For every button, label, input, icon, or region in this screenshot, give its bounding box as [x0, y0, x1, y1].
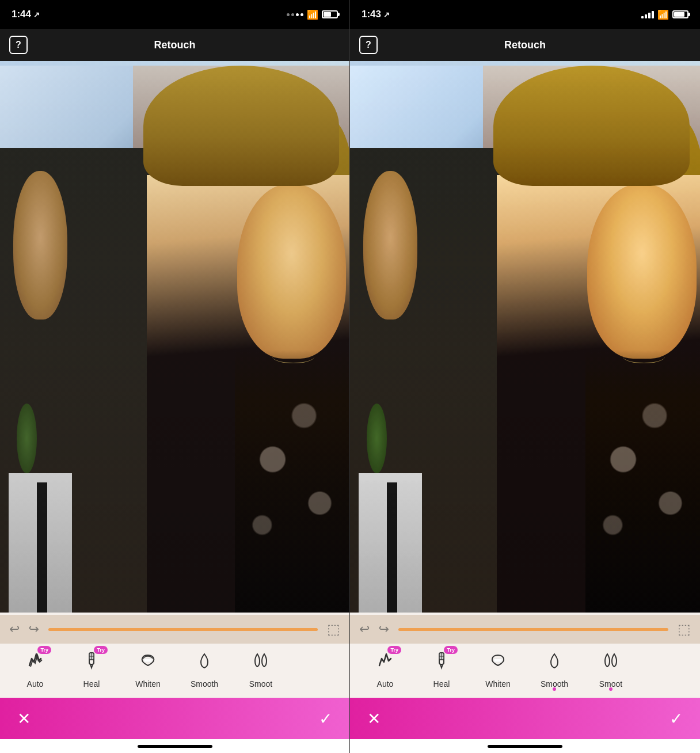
undo-button-left[interactable]: ↩	[9, 622, 20, 637]
location-arrow-left: ↗	[33, 10, 40, 19]
nav-bar-left: ? Retouch	[0, 29, 349, 61]
try-badge-auto-right: Try	[387, 646, 401, 654]
photo-area-left[interactable]	[0, 66, 349, 613]
whiten-icon-right	[488, 651, 508, 676]
help-button-left[interactable]: ?	[9, 36, 28, 54]
tool-smooth2-left[interactable]: Smoot	[235, 651, 287, 689]
nav-title-right: Retouch	[504, 39, 546, 51]
smooth2-label-left: Smoot	[249, 679, 272, 689]
progress-bar-right	[398, 628, 668, 631]
heal-label-right: Heal	[433, 679, 450, 689]
color-bar-right	[350, 61, 700, 66]
status-center-left: 📶	[287, 9, 338, 20]
smooth-icon-left	[194, 651, 215, 676]
whiten-label-left: Whiten	[135, 679, 161, 689]
sig1	[641, 16, 644, 18]
copy-button-left[interactable]: ⬚	[327, 621, 340, 637]
smooth2-icon-right	[600, 651, 621, 676]
whiten-label-right: Whiten	[485, 679, 511, 689]
auto-label-left: Auto	[27, 679, 44, 689]
tools-scroll-right[interactable]: Try Auto Try	[350, 644, 700, 695]
whiten-icon-left	[138, 651, 158, 676]
phones-container: 1:44 ↗ 📶 ? Retouch	[0, 0, 700, 753]
tool-smooth2-right[interactable]: Smoot	[585, 651, 637, 689]
tool-heal-right[interactable]: Try Heal	[416, 651, 467, 689]
smooth-dot-right	[553, 687, 556, 691]
battery-right	[672, 10, 688, 18]
help-label-left: ?	[16, 40, 21, 50]
try-badge-auto-left: Try	[37, 646, 51, 654]
tool-auto-left[interactable]: Try Auto	[9, 651, 61, 689]
status-bar-left: 1:44 ↗ 📶	[0, 0, 349, 29]
nav-bar-right: ? Retouch	[350, 29, 700, 61]
bottom-action-bar-right: ✕ ✓	[350, 698, 700, 739]
confirm-button-left[interactable]: ✓	[319, 709, 332, 728]
action-bar-right: ↩ ↩ ⬚	[350, 615, 700, 644]
photo-bg-right	[350, 66, 700, 613]
location-arrow-right: ↗	[383, 10, 390, 19]
heal-label-left: Heal	[83, 679, 100, 689]
undo-button-right[interactable]: ↩	[359, 622, 370, 637]
dot4	[300, 13, 303, 16]
photo-left	[0, 66, 349, 613]
dot2	[291, 13, 294, 16]
battery-left	[322, 10, 338, 18]
cancel-button-left[interactable]: ✕	[17, 709, 31, 728]
cancel-button-right[interactable]: ✕	[367, 709, 381, 728]
progress-bar-left	[48, 628, 318, 631]
sig4	[652, 11, 654, 18]
status-bar-right: 1:43 ↗ 📶	[350, 0, 700, 29]
smooth2-dot-right	[609, 687, 612, 691]
phone-right: 1:43 ↗ 📶 ? Retouch	[350, 0, 700, 753]
sig3	[648, 13, 650, 18]
try-badge-heal-left: Try	[94, 646, 108, 654]
redo-button-left[interactable]: ↩	[29, 622, 39, 637]
wifi-icon-left: 📶	[307, 9, 318, 20]
home-indicator-left	[0, 739, 349, 753]
photo-area-right[interactable]	[350, 66, 700, 613]
tool-whiten-left[interactable]: Whiten	[122, 651, 174, 689]
wifi-icon-right: 📶	[657, 9, 669, 20]
sig2	[645, 14, 647, 18]
heal-icon-right: Try	[431, 651, 452, 676]
try-badge-heal-right: Try	[444, 646, 458, 654]
home-bar-right	[488, 745, 562, 748]
action-bar-left: ↩ ↩ ⬚	[0, 615, 349, 644]
photo-bg-left	[0, 66, 349, 613]
home-indicator-right	[350, 739, 700, 753]
dots-left	[287, 13, 303, 16]
svg-rect-9	[494, 659, 502, 662]
dot1	[287, 13, 290, 16]
time-left: 1:44 ↗	[12, 9, 40, 20]
tools-wrapper-right: ↩ ↩ ⬚ Try Auto	[350, 613, 700, 698]
smooth-icon-right	[544, 651, 565, 676]
dot3	[296, 13, 299, 16]
redo-button-right[interactable]: ↩	[379, 622, 389, 637]
tool-smooth-right[interactable]: Smooth	[528, 651, 580, 689]
photo-right	[350, 66, 700, 613]
help-label-right: ?	[366, 40, 371, 50]
svg-rect-4	[144, 659, 152, 662]
home-bar-left	[138, 745, 212, 748]
tool-heal-left[interactable]: Try Heal	[66, 651, 117, 689]
time-right: 1:43 ↗	[362, 9, 390, 20]
phone-left: 1:44 ↗ 📶 ? Retouch	[0, 0, 350, 753]
signal-bars-right	[641, 10, 654, 18]
nav-title-left: Retouch	[154, 39, 196, 51]
auto-icon-left: Try	[25, 651, 45, 676]
tool-whiten-right[interactable]: Whiten	[472, 651, 524, 689]
help-button-right[interactable]: ?	[359, 36, 378, 54]
auto-icon-right: Try	[375, 651, 395, 676]
tools-scroll-left[interactable]: Try Auto Try	[0, 644, 349, 695]
smooth-label-left: Smooth	[191, 679, 218, 689]
tools-wrapper-left: ↩ ↩ ⬚ Try Auto	[0, 613, 349, 698]
tool-smooth-left[interactable]: Smooth	[178, 651, 230, 689]
bottom-action-bar-left: ✕ ✓	[0, 698, 349, 739]
smooth2-icon-left	[250, 651, 271, 676]
copy-button-right[interactable]: ⬚	[678, 621, 691, 637]
confirm-button-right[interactable]: ✓	[669, 709, 683, 728]
time-text-right: 1:43	[362, 9, 381, 20]
heal-icon-left: Try	[81, 651, 102, 676]
photo-overlay-left	[0, 66, 349, 613]
tool-auto-right[interactable]: Try Auto	[359, 651, 411, 689]
